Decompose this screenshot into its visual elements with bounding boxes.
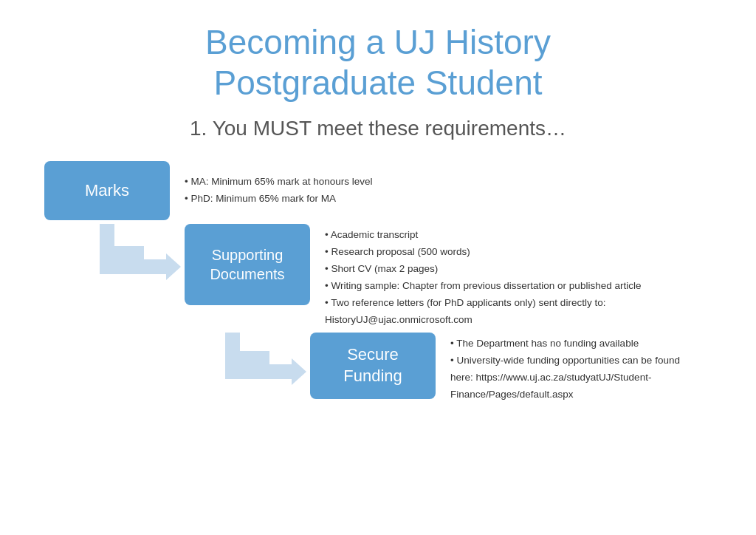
supporting-bullets: Academic transcript Research proposal (5… <box>325 227 712 329</box>
arrow-tip <box>166 253 181 280</box>
arrow-row-2 <box>225 358 306 385</box>
arrow-shaft <box>100 259 166 274</box>
funding-label: Secure Funding <box>343 344 402 386</box>
page: Becoming a UJ History Postgraduate Stude… <box>0 0 756 535</box>
funding-list: The Department has no funding available … <box>450 335 701 403</box>
marks-list: MA: Minimum 65% mark at honours level Ph… <box>185 174 373 208</box>
marks-item-1: MA: Minimum 65% mark at honours level <box>185 174 373 191</box>
flow-layout: Marks MA: Minimum 65% mark at honours le… <box>44 161 712 403</box>
title-line1: Becoming a UJ History <box>205 23 551 61</box>
supporting-item-4: Writing sample: Chapter from previous di… <box>325 278 712 295</box>
main-title: Becoming a UJ History Postgraduate Stude… <box>44 22 712 103</box>
step2-area: Supporting Documents Academic transcript… <box>44 224 712 329</box>
funding-item-1: The Department has no funding available <box>450 335 701 352</box>
funding-bullets: The Department has no funding available … <box>450 335 701 403</box>
marks-box: Marks <box>44 161 170 220</box>
supporting-item-5: Two reference letters (for PhD applicant… <box>325 295 712 329</box>
title-line2: Postgraduate Student <box>214 64 543 102</box>
marks-item-2: PhD: Minimum 65% mark for MA <box>185 191 373 208</box>
supporting-item-3: Short CV (max 2 pages) <box>325 261 712 278</box>
step3-area: Secure Funding The Department has no fun… <box>44 333 712 403</box>
marks-label: Marks <box>85 181 129 200</box>
funding-item-2: University-wide funding opportunities ca… <box>450 352 701 403</box>
supporting-item-2: Research proposal (500 words) <box>325 244 712 261</box>
arrow-shaft-2 <box>225 364 292 379</box>
supporting-list: Academic transcript Research proposal (5… <box>325 227 712 329</box>
step3-content: Secure Funding The Department has no fun… <box>310 333 701 403</box>
step2-left <box>44 224 185 280</box>
step2-content: Supporting Documents Academic transcript… <box>185 224 712 329</box>
arrow-row <box>100 253 181 280</box>
marks-row: Marks MA: Minimum 65% mark at honours le… <box>44 161 712 220</box>
section-heading: 1. You MUST meet these requirements… <box>44 117 712 140</box>
supporting-label: Supporting Documents <box>210 245 284 284</box>
supporting-item-1: Academic transcript <box>325 227 712 244</box>
arrow-tip-2 <box>292 358 306 385</box>
marks-bullets: MA: Minimum 65% mark at honours level Ph… <box>185 174 373 208</box>
funding-box: Secure Funding <box>310 333 436 399</box>
supporting-box: Supporting Documents <box>185 224 310 305</box>
step3-left <box>44 333 310 385</box>
